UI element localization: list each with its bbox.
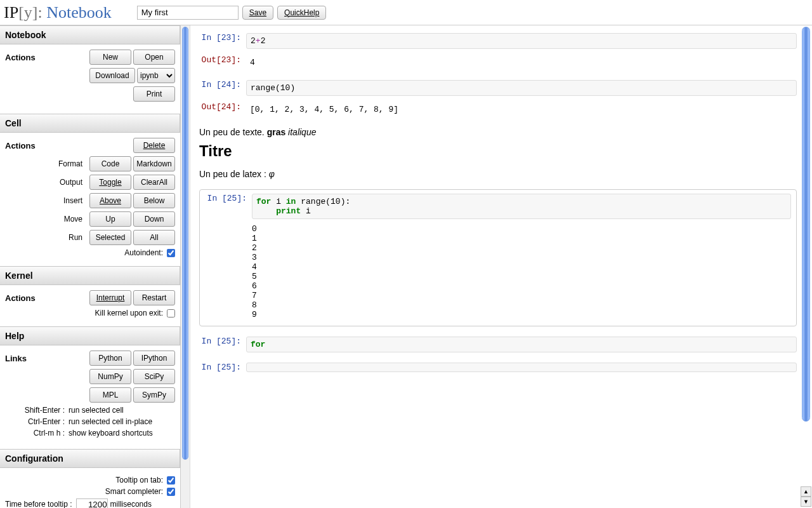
smart-completer-label: Smart completer: [105,487,163,496]
code-button[interactable]: Code [89,156,131,171]
download-button[interactable]: Download [89,68,135,83]
topbar: IP[y]: Notebook Save QuickHelp [0,0,812,25]
code-cell: In [25]: for [199,337,797,352]
notebook-name-input[interactable] [137,6,239,20]
all-button[interactable]: All [133,230,175,245]
section-notebook-header[interactable]: Notebook [0,25,180,44]
open-button[interactable]: Open [133,50,175,65]
code-input[interactable]: 2+2 [246,33,797,49]
kill-kernel-label: Kill kernel upon exit: [95,309,163,318]
quickhelp-button[interactable]: QuickHelp [277,6,326,20]
download-format-select[interactable]: ipynb [137,68,175,83]
selected-button[interactable]: Selected [89,230,131,245]
format-label: Format [58,159,88,168]
logo-notebook: Notebook [43,3,112,22]
mpl-link[interactable]: MPL [89,387,131,403]
section-cell-header[interactable]: Cell [0,114,180,133]
content-scrollbar[interactable]: ▲ ▼ [802,27,810,507]
python-link[interactable]: Python [89,351,131,366]
sidebar-scrollbar[interactable] [180,25,190,508]
logo: IP[y]: Notebook [4,3,137,22]
code-cell: In [23]: 2+2 Out[23]: 4 [199,33,797,70]
kill-kernel-checkbox[interactable] [167,309,175,318]
smart-completer-checkbox[interactable] [167,488,175,496]
hint3-key: Ctrl-m h : [5,429,69,438]
markdown-cell[interactable]: Un peu de texte. gras italique Titre Un … [199,127,797,179]
hint3-desc: show keyboard shortcuts [69,429,175,438]
tooltip-tab-checkbox[interactable] [167,476,175,485]
logo-ip: IP [4,3,18,22]
hint2-key: Ctrl-Enter : [5,417,69,426]
move-label: Move [64,215,88,224]
scipy-link[interactable]: SciPy [133,369,175,384]
above-button[interactable]: Above [89,193,131,208]
ipython-link[interactable]: IPython [133,351,175,366]
tooltip-time-label-post: milliseconds [110,500,152,508]
tooltip-time-input[interactable] [76,498,108,508]
sympy-link[interactable]: SymPy [133,387,175,403]
tooltip-tab-label: Tooltip on tab: [115,476,163,485]
section-help-header[interactable]: Help [0,326,180,345]
in-prompt: In [25]: [205,194,252,219]
markdown-button[interactable]: Markdown [133,156,175,171]
new-button[interactable]: New [89,50,131,65]
hint2-desc: run selected cell in-place [69,417,175,426]
logo-y: [y]: [18,3,43,22]
markdown-heading: Titre [199,142,797,160]
in-prompt: In [23]: [199,33,246,49]
sidebar: Notebook Actions New Open Download ipynb… [0,25,190,508]
down-button[interactable]: Down [133,211,175,227]
help-links-label: Links [5,354,27,363]
save-button[interactable]: Save [242,6,273,20]
tooltip-time-label-pre: Time before tooltip : [5,500,72,508]
autoindent-checkbox[interactable] [167,249,175,257]
notebook-content: In [23]: 2+2 Out[23]: 4 In [24]: range(1… [190,25,812,508]
delete-button[interactable]: Delete [133,138,175,153]
code-input[interactable]: for [246,337,797,352]
notebook-actions-label: Actions [5,53,36,62]
up-button[interactable]: Up [89,211,131,227]
hint1-desc: run selected cell [69,406,175,415]
code-cell-active[interactable]: In [25]: for i in range(10): print i 0 1… [199,189,797,326]
section-config-header[interactable]: Configuration [0,449,180,468]
in-prompt: In [25]: [199,363,246,372]
numpy-link[interactable]: NumPy [89,369,131,384]
autoindent-label: Autoindent: [124,248,163,257]
in-prompt: In [25]: [199,337,246,352]
scroll-up-icon[interactable]: ▲ [801,486,811,497]
cell-actions-label: Actions [5,141,36,150]
restart-button[interactable]: Restart [133,290,175,305]
out-prompt: Out[23]: [199,55,246,70]
markdown-text: Un peu de texte. gras italique [199,127,797,137]
run-label: Run [69,233,88,242]
insert-label: Insert [63,196,88,205]
out-prompt: Out[24]: [199,102,246,117]
hint1-key: Shift-Enter : [5,406,69,415]
code-input[interactable] [246,363,797,372]
stream-output: 0 1 2 3 4 5 6 7 8 9 [205,219,791,319]
output-label: Output [60,178,88,187]
code-input[interactable]: for i in range(10): print i [252,194,791,219]
kernel-actions-label: Actions [5,293,36,303]
below-button[interactable]: Below [133,193,175,208]
in-prompt: In [24]: [199,80,246,96]
code-cell: In [24]: range(10) Out[24]: [0, 1, 2, 3,… [199,80,797,117]
markdown-text: Un peu de latex : φ [199,169,797,179]
interrupt-button[interactable]: Interrupt [89,290,131,305]
output-text: 4 [246,55,797,70]
print-button[interactable]: Print [133,86,175,102]
clearall-button[interactable]: ClearAll [133,175,175,190]
code-input[interactable]: range(10) [246,80,797,96]
code-cell: In [25]: [199,363,797,372]
scroll-down-icon[interactable]: ▼ [801,497,811,507]
section-kernel-header[interactable]: Kernel [0,266,180,285]
toggle-button[interactable]: Toggle [89,175,131,190]
output-text: [0, 1, 2, 3, 4, 5, 6, 7, 8, 9] [246,102,797,117]
